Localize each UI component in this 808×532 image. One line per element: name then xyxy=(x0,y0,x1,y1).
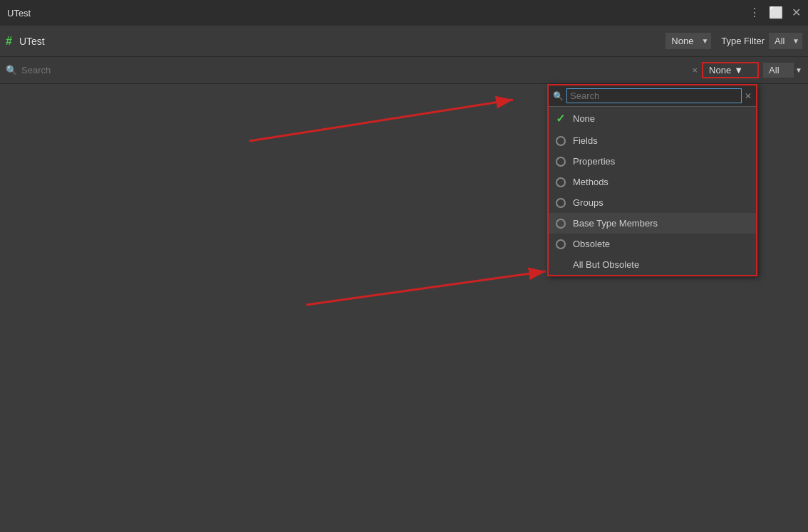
header-row: # UTest None ▼ Type Filter All ▼ xyxy=(0,26,808,57)
window-controls: ⋮ ⬜ ✕ xyxy=(749,7,801,19)
radio-icon-methods xyxy=(556,177,566,187)
close-button[interactable]: ✕ xyxy=(792,7,801,19)
item-label-fields: Fields xyxy=(573,135,598,146)
search-row: 🔍 × None ▼ All ▼ xyxy=(0,57,808,84)
member-filter-select[interactable]: None xyxy=(665,33,711,49)
radio-icon-properties xyxy=(556,157,566,167)
radio-icon-obsolete xyxy=(556,239,566,249)
item-label-properties: Properties xyxy=(573,156,615,167)
maximize-button[interactable]: ⬜ xyxy=(769,7,783,19)
item-label-base-type-members: Base Type Members xyxy=(573,218,658,229)
member-filter-dropdown-wrapper: None ▼ xyxy=(665,33,711,49)
popup-search-icon: 🔍 xyxy=(553,91,564,101)
item-label-methods: Methods xyxy=(573,177,608,187)
search-input[interactable] xyxy=(21,65,688,75)
popup-search-input[interactable] xyxy=(566,88,742,103)
dropdown-item-properties[interactable]: Properties xyxy=(549,151,756,172)
dropdown-item-base-type-members[interactable]: Base Type Members xyxy=(549,213,756,234)
item-label-groups: Groups xyxy=(573,197,604,208)
item-label-none: None xyxy=(573,113,595,124)
type-filter-select[interactable]: All xyxy=(769,33,802,49)
main-content: 🔍 ✕ ✓ None Fields Properties Methods Gro… xyxy=(0,84,808,532)
search-clear-button[interactable]: × xyxy=(693,65,698,75)
hash-icon: # xyxy=(6,35,12,48)
type-filter-dropdown-wrapper: All ▼ xyxy=(769,33,802,49)
check-icon: ✓ xyxy=(556,112,566,125)
more-options-button[interactable]: ⋮ xyxy=(749,7,760,19)
dropdown-item-none[interactable]: ✓ None xyxy=(549,107,756,130)
search-icon: 🔍 xyxy=(6,65,17,75)
dropdown-item-obsolete[interactable]: Obsolete xyxy=(549,234,756,254)
radio-icon-groups xyxy=(556,198,566,208)
radio-icon-fields xyxy=(556,136,566,146)
none-select-button[interactable]: None ▼ xyxy=(702,62,759,78)
window-title: UTest xyxy=(7,8,31,19)
svg-line-2 xyxy=(306,271,546,305)
all-chevron: ▼ xyxy=(795,66,802,74)
title-bar: UTest ⋮ ⬜ ✕ xyxy=(0,0,808,26)
popup-search-clear-button[interactable]: ✕ xyxy=(745,91,752,101)
radio-icon-base-type-members xyxy=(556,219,566,229)
item-label-obsolete: Obsolete xyxy=(573,239,610,249)
member-filter-popup: 🔍 ✕ ✓ None Fields Properties Methods Gro… xyxy=(547,84,757,276)
svg-line-1 xyxy=(249,100,513,141)
dropdown-item-all-but-obsolete[interactable]: All But Obsolete xyxy=(549,254,756,275)
header-title: UTest xyxy=(19,36,45,47)
none-select-label: None xyxy=(709,65,731,75)
dropdown-item-groups[interactable]: Groups xyxy=(549,192,756,213)
item-label-all-but-obsolete: All But Obsolete xyxy=(573,259,639,270)
all-dropdown-wrapper: All ▼ xyxy=(763,63,802,78)
type-filter-label: Type Filter xyxy=(721,36,765,46)
dropdown-item-fields[interactable]: Fields xyxy=(549,130,756,151)
all-select[interactable]: All xyxy=(763,63,794,78)
dropdown-item-methods[interactable]: Methods xyxy=(549,172,756,192)
none-select-chevron: ▼ xyxy=(734,65,743,75)
popup-search-row: 🔍 ✕ xyxy=(549,85,756,107)
